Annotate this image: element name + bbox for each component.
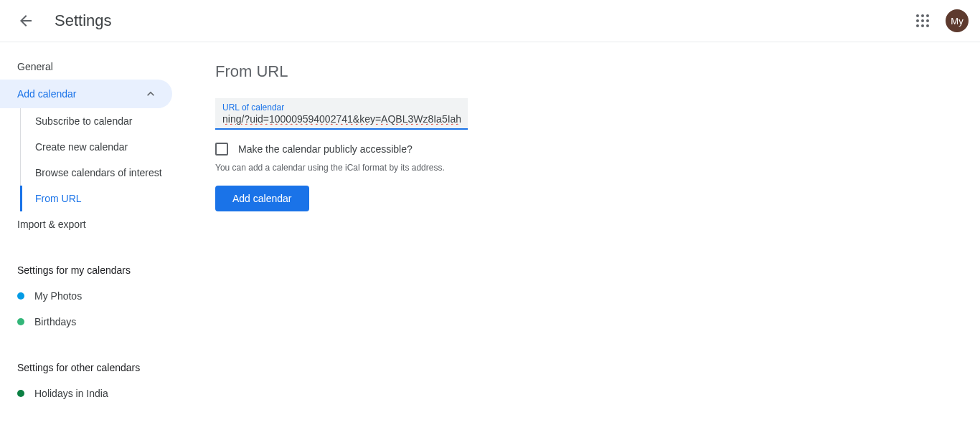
sidebar-item-import-export[interactable]: Import & export xyxy=(0,211,172,237)
sidebar-item-subscribe[interactable]: Subscribe to calendar xyxy=(21,108,187,134)
calendar-label: Holidays in India xyxy=(34,388,108,399)
public-checkbox[interactable] xyxy=(215,143,228,156)
container: General Add calendar Subscribe to calend… xyxy=(0,42,980,418)
hint-text: You can add a calendar using the iCal fo… xyxy=(215,163,951,173)
calendar-color-dot xyxy=(17,390,24,397)
apps-button[interactable] xyxy=(908,6,937,35)
sidebar-item-add-calendar[interactable]: Add calendar xyxy=(0,80,172,108)
url-input[interactable] xyxy=(222,113,461,125)
public-checkbox-row: Make the calendar publicly accessible? xyxy=(215,143,951,156)
my-calendars-header: Settings for my calendars xyxy=(0,257,187,283)
main-title: From URL xyxy=(215,62,951,81)
header-right: My xyxy=(908,6,969,35)
sidebar-item-create[interactable]: Create new calendar xyxy=(21,134,187,160)
calendar-label: My Photos xyxy=(34,290,82,302)
url-input-wrapper[interactable]: URL of calendar xyxy=(215,98,468,130)
main-content: From URL URL of calendar Make the calend… xyxy=(187,42,980,418)
add-calendar-subitems: Subscribe to calendar Create new calenda… xyxy=(20,108,187,211)
chevron-up-icon xyxy=(143,87,158,101)
sidebar-item-browse[interactable]: Browse calendars of interest xyxy=(21,160,187,186)
page-title: Settings xyxy=(55,11,112,30)
back-button[interactable] xyxy=(11,6,40,35)
sidebar-item-general[interactable]: General xyxy=(0,54,172,80)
add-calendar-label: Add calendar xyxy=(17,88,77,100)
arrow-left-icon xyxy=(17,12,34,29)
calendar-item-my-photos[interactable]: My Photos xyxy=(0,283,187,309)
add-calendar-button[interactable]: Add calendar xyxy=(215,186,309,211)
calendar-label: Birthdays xyxy=(34,316,76,327)
header: Settings My xyxy=(0,0,980,42)
calendar-color-dot xyxy=(17,318,24,325)
apps-grid-icon xyxy=(916,14,929,27)
calendar-item-holidays[interactable]: Holidays in India xyxy=(0,381,187,406)
calendar-color-dot xyxy=(17,292,24,300)
calendar-item-birthdays[interactable]: Birthdays xyxy=(0,309,187,335)
avatar[interactable]: My xyxy=(946,9,969,32)
sidebar: General Add calendar Subscribe to calend… xyxy=(0,42,187,418)
url-input-label: URL of calendar xyxy=(222,102,461,113)
public-checkbox-label: Make the calendar publicly accessible? xyxy=(238,143,413,155)
header-left: Settings xyxy=(11,6,112,35)
other-calendars-header: Settings for other calendars xyxy=(0,355,187,381)
sidebar-item-from-url[interactable]: From URL xyxy=(20,186,187,211)
